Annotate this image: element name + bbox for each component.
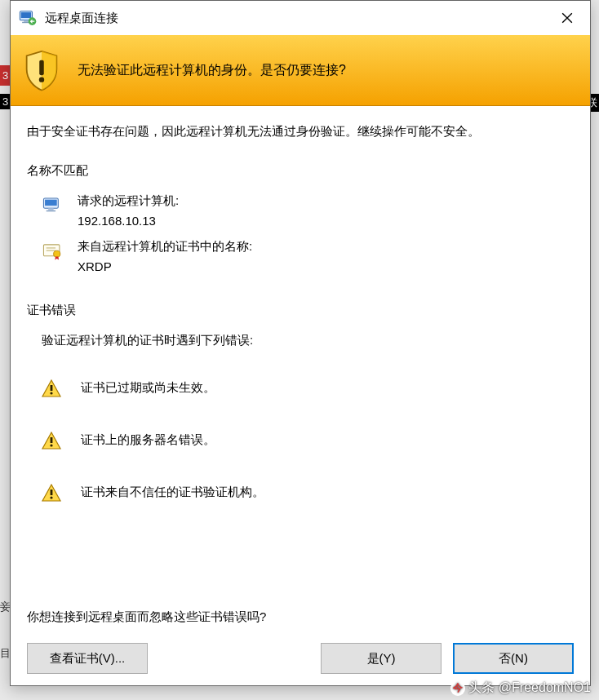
cert-errors-title: 证书错误 <box>27 303 574 318</box>
confirm-question: 你想连接到远程桌面而忽略这些证书错误吗? <box>27 609 574 625</box>
svg-rect-2 <box>24 20 29 22</box>
requested-computer-value: 192.168.10.13 <box>78 214 179 228</box>
svg-point-18 <box>50 444 52 446</box>
cert-error-text: 证书来自不信任的证书验证机构。 <box>81 485 264 500</box>
warning-triangle-icon <box>42 432 61 450</box>
watermark-logo-icon: 今 <box>450 681 465 696</box>
svg-point-16 <box>50 392 52 394</box>
close-button[interactable] <box>548 5 587 31</box>
warning-banner: 无法验证此远程计算机的身份。是否仍要连接? <box>11 35 590 106</box>
svg-point-6 <box>39 77 44 82</box>
svg-rect-9 <box>48 208 54 210</box>
svg-rect-15 <box>51 385 53 391</box>
computer-icon <box>42 195 63 216</box>
svg-rect-1 <box>21 12 31 18</box>
svg-rect-17 <box>51 437 53 443</box>
warning-triangle-icon <box>42 484 61 502</box>
dialog-body: 由于安全证书存在问题，因此远程计算机无法通过身份验证。继续操作可能不安全。 名称… <box>11 106 590 685</box>
watermark-text: 头条 @FreedomNO1 <box>468 680 591 697</box>
svg-rect-10 <box>47 210 55 211</box>
window-title: 远程桌面连接 <box>45 11 548 26</box>
close-icon <box>561 12 573 24</box>
cert-errors-intro: 验证远程计算机的证书时遇到下列错误: <box>42 333 574 348</box>
svg-point-14 <box>54 250 60 257</box>
svg-rect-5 <box>39 60 43 75</box>
yes-button[interactable]: 是(Y) <box>321 643 441 674</box>
svg-rect-19 <box>51 490 53 495</box>
shield-warning-icon <box>24 50 60 91</box>
warning-message: 无法验证此远程计算机的身份。是否仍要连接? <box>78 62 346 79</box>
button-row: 查看证书(V)... 是(Y) 否(N) <box>27 643 574 674</box>
remote-desktop-cert-dialog: 远程桌面连接 无法验证此远程计算机的身份。是否仍要连接? 由于安全证书存在 <box>10 0 591 686</box>
cert-name-label: 来自远程计算机的证书中的名称: <box>78 239 252 255</box>
cert-error-text: 证书已过期或尚未生效。 <box>81 380 215 396</box>
svg-rect-8 <box>45 199 57 205</box>
no-button[interactable]: 否(N) <box>453 643 574 674</box>
cert-error-item: 证书上的服务器名错误。 <box>42 432 574 450</box>
name-mismatch-title: 名称不匹配 <box>27 163 574 179</box>
svg-point-20 <box>50 496 52 498</box>
cert-name-row: 来自远程计算机的证书中的名称: XRDP <box>42 239 574 273</box>
view-certificate-button[interactable]: 查看证书(V)... <box>27 643 148 674</box>
cert-error-text: 证书上的服务器名错误。 <box>81 432 215 448</box>
warning-triangle-icon <box>42 379 61 397</box>
cert-error-item: 证书来自不信任的证书验证机构。 <box>42 484 574 502</box>
rdc-app-icon <box>19 9 37 27</box>
requested-computer-label: 请求的远程计算机: <box>78 193 179 209</box>
requested-computer-row: 请求的远程计算机: 192.168.10.13 <box>42 193 574 228</box>
cert-error-item: 证书已过期或尚未生效。 <box>42 379 574 397</box>
cert-name-value: XRDP <box>78 259 252 273</box>
titlebar: 远程桌面连接 <box>11 1 590 35</box>
watermark: 今 头条 @FreedomNO1 <box>450 680 591 697</box>
lead-text: 由于安全证书存在问题，因此远程计算机无法通过身份验证。继续操作可能不安全。 <box>27 121 574 142</box>
certificate-icon <box>42 241 63 262</box>
